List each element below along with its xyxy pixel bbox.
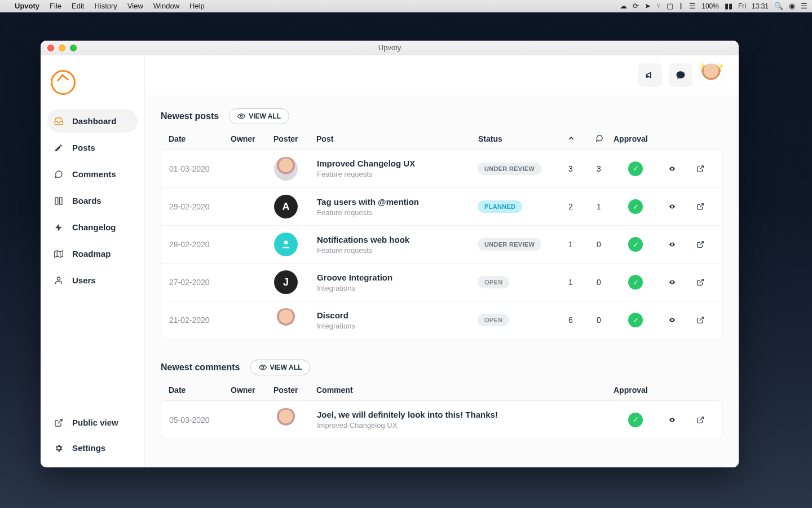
- open-external-icon[interactable]: [686, 416, 714, 424]
- announcements-button[interactable]: [638, 63, 662, 87]
- menu-edit[interactable]: Edit: [72, 2, 84, 10]
- macos-menubar: Upvoty File Edit History View Window Hel…: [0, 0, 812, 12]
- cell-comments: 1: [585, 202, 613, 211]
- main-content: Newest posts VIEW ALL Date Owner Poster …: [145, 55, 739, 467]
- col-post: Post: [316, 134, 478, 143]
- boards-icon: [54, 196, 64, 205]
- open-external-icon[interactable]: [686, 240, 714, 248]
- open-external-icon[interactable]: [686, 278, 714, 286]
- table-row[interactable]: 05-03-2020Joel, we will definitely look …: [161, 401, 722, 439]
- pencil-icon: [54, 143, 64, 152]
- sidebar-item-public-view[interactable]: Public view: [47, 411, 138, 434]
- view-icon[interactable]: [658, 241, 686, 248]
- airplay-icon[interactable]: ▢: [667, 2, 673, 10]
- table-row[interactable]: 01-03-2020Improved Changelog UXFeature r…: [161, 150, 722, 187]
- cell-poster: A: [274, 195, 317, 218]
- branch-icon[interactable]: ⑂: [656, 2, 661, 10]
- cell-approval: ✓: [613, 237, 658, 252]
- approval-check-icon[interactable]: ✓: [628, 161, 643, 176]
- view-icon[interactable]: [658, 165, 686, 172]
- menu-help[interactable]: Help: [189, 2, 205, 10]
- menubar-app-name[interactable]: Upvoty: [15, 2, 39, 10]
- menu-file[interactable]: File: [50, 2, 61, 10]
- user-avatar[interactable]: [699, 63, 723, 87]
- menu-view[interactable]: View: [127, 2, 143, 10]
- col-comments-icon[interactable]: [585, 134, 614, 143]
- external-icon: [54, 418, 64, 427]
- spotlight-icon[interactable]: 🔍: [774, 2, 783, 10]
- approval-check-icon[interactable]: ✓: [628, 275, 643, 290]
- cell-poster: J: [274, 270, 317, 294]
- menu-history[interactable]: History: [94, 2, 117, 10]
- approval-check-icon[interactable]: ✓: [628, 313, 643, 327]
- cell-approval: ✓: [613, 275, 658, 290]
- menubar-day[interactable]: Fri: [738, 2, 746, 10]
- col-comment: Comment: [316, 386, 614, 395]
- comments-column-headers: Date Owner Poster Comment Approval: [161, 386, 723, 395]
- col-upvotes-icon[interactable]: [557, 134, 585, 143]
- sidebar-item-changelog[interactable]: Changelog: [47, 216, 138, 239]
- open-external-icon[interactable]: [686, 165, 714, 173]
- sidebar-item-label: Users: [72, 275, 96, 285]
- sidebar-item-label: Settings: [72, 443, 105, 453]
- cell-upvotes: 2: [557, 202, 585, 211]
- table-row[interactable]: 21-02-2020DiscordIntegrationsOPEN60✓: [161, 301, 722, 339]
- sidebar-item-settings[interactable]: Settings: [47, 436, 138, 459]
- sidebar-item-dashboard[interactable]: Dashboard: [47, 110, 138, 133]
- svg-rect-0: [55, 198, 58, 204]
- open-external-icon[interactable]: [686, 316, 714, 324]
- cell-post: DiscordIntegrations: [317, 310, 478, 330]
- view-icon[interactable]: [658, 317, 686, 323]
- menu-extra-icon[interactable]: ☰: [801, 2, 807, 10]
- posts-table: 01-03-2020Improved Changelog UXFeature r…: [161, 149, 723, 339]
- posts-column-headers: Date Owner Poster Post Status Approval: [161, 134, 723, 143]
- cell-post: Improved Changelog UXFeature requests: [317, 159, 478, 178]
- view-icon[interactable]: [658, 279, 686, 286]
- sidebar-item-posts[interactable]: Posts: [47, 136, 138, 159]
- menubar-time[interactable]: 13:31: [752, 2, 769, 10]
- approval-check-icon[interactable]: ✓: [628, 199, 643, 214]
- cell-upvotes: 1: [557, 240, 585, 249]
- view-all-posts-button[interactable]: VIEW ALL: [229, 108, 289, 124]
- sidebar-item-label: Boards: [72, 196, 102, 205]
- sidebar-item-label: Roadmap: [72, 249, 111, 259]
- poster-avatar: J: [274, 270, 298, 294]
- wifi-icon[interactable]: ☰: [689, 2, 696, 10]
- cell-post: Notifications web hookFeature requests: [317, 235, 478, 255]
- open-external-icon[interactable]: [686, 203, 714, 211]
- view-icon[interactable]: [658, 203, 686, 210]
- sidebar-item-boards[interactable]: Boards: [47, 189, 138, 212]
- sidebar-item-roadmap[interactable]: Roadmap: [47, 242, 138, 265]
- view-all-comments-button[interactable]: VIEW ALL: [250, 360, 311, 375]
- eye-icon: [237, 112, 245, 120]
- col-approval: Approval: [614, 134, 659, 143]
- approval-check-icon[interactable]: ✓: [628, 237, 643, 252]
- view-icon[interactable]: [658, 417, 686, 423]
- bluetooth-icon[interactable]: ᛒ: [679, 2, 683, 10]
- messages-button[interactable]: [669, 63, 692, 87]
- sidebar: DashboardPostsCommentsBoardsChangelogRoa…: [41, 55, 145, 467]
- cloud-icon[interactable]: ☁︎: [620, 2, 627, 10]
- svg-line-8: [700, 165, 703, 169]
- table-row[interactable]: 29-02-2020ATag users with @mentionFeatur…: [161, 187, 722, 225]
- sync-icon[interactable]: ⟳: [633, 2, 639, 10]
- table-row[interactable]: 28-02-2020Notifications web hookFeature …: [161, 225, 722, 263]
- sidebar-item-users[interactable]: Users: [47, 269, 138, 292]
- cell-approval: ✓: [613, 199, 658, 214]
- cell-date: 05-03-2020: [169, 415, 231, 424]
- siri-icon[interactable]: ◉: [789, 2, 795, 10]
- menu-window[interactable]: Window: [153, 2, 179, 10]
- location-icon[interactable]: ➤: [645, 2, 651, 10]
- cell-upvotes: 3: [557, 164, 585, 173]
- poster-avatar: [274, 308, 298, 332]
- svg-point-7: [240, 115, 242, 117]
- approval-check-icon[interactable]: ✓: [628, 413, 643, 427]
- table-row[interactable]: 27-02-2020JGroove IntegrationIntegration…: [161, 263, 722, 301]
- sidebar-item-comments[interactable]: Comments: [47, 163, 138, 186]
- cell-post: Groove IntegrationIntegrations: [317, 273, 478, 292]
- col-poster: Poster: [273, 386, 316, 395]
- app-logo-icon[interactable]: [51, 70, 76, 95]
- chat-icon: [676, 70, 686, 80]
- svg-line-6: [58, 419, 62, 423]
- cell-upvotes: 6: [557, 316, 585, 325]
